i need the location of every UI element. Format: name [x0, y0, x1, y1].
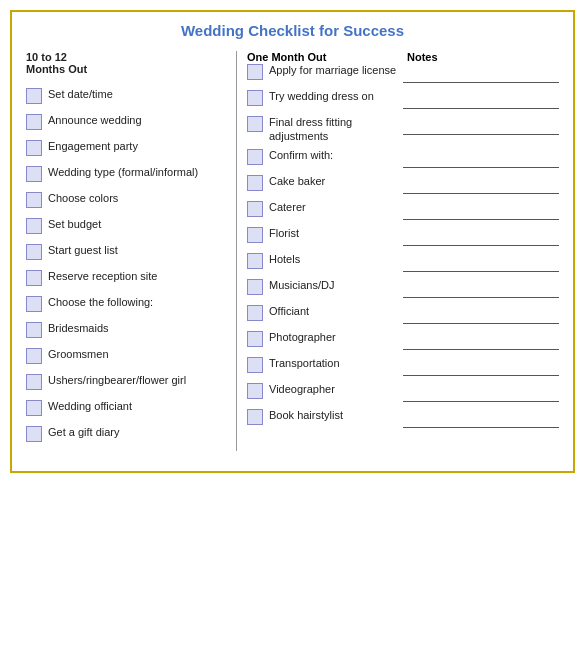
item-label: Florist: [269, 226, 397, 240]
checkbox[interactable]: [247, 279, 263, 295]
list-item: Start guest list: [26, 243, 236, 265]
checkbox[interactable]: [247, 227, 263, 243]
checkbox[interactable]: [247, 409, 263, 425]
right-item-container: Hotels: [247, 252, 397, 269]
checkbox[interactable]: [26, 88, 42, 104]
main-columns: 10 to 12Months Out Set date/timeAnnounce…: [26, 51, 559, 451]
notes-line: [403, 67, 559, 83]
checkbox[interactable]: [26, 166, 42, 182]
checkbox[interactable]: [26, 348, 42, 364]
list-item: Musicians/DJ: [247, 278, 559, 300]
right-item-container: Try wedding dress on: [247, 89, 397, 106]
item-label: Hotels: [269, 252, 397, 266]
list-item: Transportation: [247, 356, 559, 378]
list-item: Groomsmen: [26, 347, 236, 369]
checkbox[interactable]: [247, 90, 263, 106]
item-label: Final dress fitting adjustments: [269, 115, 397, 144]
list-item: Wedding type (formal/informal): [26, 165, 236, 187]
checkbox[interactable]: [247, 149, 263, 165]
right-item-container: Apply for marriage license: [247, 63, 397, 80]
list-item: Announce wedding: [26, 113, 236, 135]
right-item-container: Officiant: [247, 304, 397, 321]
left-column-header: 10 to 12Months Out: [26, 51, 236, 81]
item-label: Wedding type (formal/informal): [48, 165, 236, 179]
list-item: Apply for marriage license: [247, 63, 559, 85]
item-label: Set date/time: [48, 87, 236, 101]
right-item-container: Final dress fitting adjustments: [247, 115, 397, 144]
item-label: Photographer: [269, 330, 397, 344]
right-column-headers: One Month Out Notes: [247, 51, 559, 63]
right-column: One Month Out Notes Apply for marriage l…: [236, 51, 559, 451]
checkbox[interactable]: [26, 192, 42, 208]
item-label: Groomsmen: [48, 347, 236, 361]
item-label: Confirm with:: [269, 148, 397, 162]
checkbox[interactable]: [247, 331, 263, 347]
list-item: Final dress fitting adjustments: [247, 115, 559, 144]
item-label: Officiant: [269, 304, 397, 318]
list-item: Cake baker: [247, 174, 559, 196]
list-item: Wedding officiant: [26, 399, 236, 421]
list-item: Videographer: [247, 382, 559, 404]
item-label: Bridesmaids: [48, 321, 236, 335]
checkbox[interactable]: [26, 400, 42, 416]
checkbox[interactable]: [26, 426, 42, 442]
checkbox[interactable]: [247, 357, 263, 373]
list-item: Set budget: [26, 217, 236, 239]
item-label: Try wedding dress on: [269, 89, 397, 103]
list-item: Hotels: [247, 252, 559, 274]
checkbox[interactable]: [247, 175, 263, 191]
checkbox[interactable]: [26, 244, 42, 260]
right-column-header: One Month Out: [247, 51, 407, 63]
list-item: Engagement party: [26, 139, 236, 161]
checkbox[interactable]: [247, 201, 263, 217]
item-label: Start guest list: [48, 243, 236, 257]
checkbox[interactable]: [247, 253, 263, 269]
item-label: Get a gift diary: [48, 425, 236, 439]
list-item: Photographer: [247, 330, 559, 352]
right-item-container: Florist: [247, 226, 397, 243]
notes-line: [403, 386, 559, 402]
notes-line: [403, 152, 559, 168]
checkbox[interactable]: [26, 114, 42, 130]
item-label: Videographer: [269, 382, 397, 396]
checkbox[interactable]: [247, 305, 263, 321]
list-item: Get a gift diary: [26, 425, 236, 447]
item-label: Caterer: [269, 200, 397, 214]
list-item: Caterer: [247, 200, 559, 222]
checkbox[interactable]: [26, 270, 42, 286]
item-label: Announce wedding: [48, 113, 236, 127]
checkbox[interactable]: [26, 218, 42, 234]
right-item-container: Videographer: [247, 382, 397, 399]
list-item: Bridesmaids: [26, 321, 236, 343]
list-item: Choose the following:: [26, 295, 236, 317]
list-item: Try wedding dress on: [247, 89, 559, 111]
checkbox[interactable]: [247, 383, 263, 399]
right-item-container: Transportation: [247, 356, 397, 373]
list-item: Book hairstylist: [247, 408, 559, 430]
notes-line: [403, 334, 559, 350]
list-item: Officiant: [247, 304, 559, 326]
checkbox[interactable]: [26, 296, 42, 312]
page-title: Wedding Checklist for Success: [26, 22, 559, 39]
list-item: Set date/time: [26, 87, 236, 109]
checkbox[interactable]: [26, 140, 42, 156]
item-label: Book hairstylist: [269, 408, 397, 422]
list-item: Confirm with:: [247, 148, 559, 170]
notes-line: [403, 230, 559, 246]
item-label: Reserve reception site: [48, 269, 236, 283]
right-item-container: Book hairstylist: [247, 408, 397, 425]
right-item-container: Confirm with:: [247, 148, 397, 165]
item-label: Apply for marriage license: [269, 63, 397, 77]
item-label: Wedding officiant: [48, 399, 236, 413]
checkbox[interactable]: [247, 116, 263, 132]
checkbox[interactable]: [247, 64, 263, 80]
checkbox[interactable]: [26, 374, 42, 390]
item-label: Engagement party: [48, 139, 236, 153]
list-item: Reserve reception site: [26, 269, 236, 291]
item-label: Set budget: [48, 217, 236, 231]
notes-line: [403, 119, 559, 135]
checkbox[interactable]: [26, 322, 42, 338]
right-item-container: Photographer: [247, 330, 397, 347]
right-item-container: Cake baker: [247, 174, 397, 191]
notes-line: [403, 308, 559, 324]
